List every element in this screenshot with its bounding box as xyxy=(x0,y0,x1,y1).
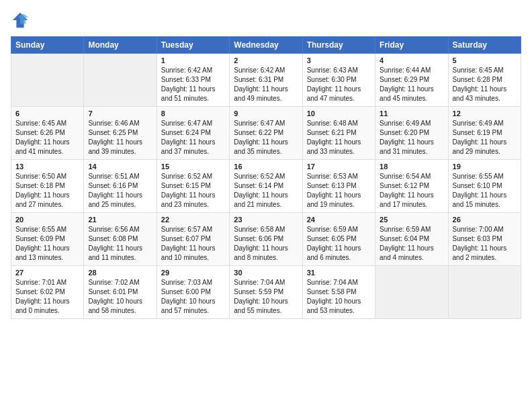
day-info: Sunrise: 6:47 AMSunset: 6:24 PMDaylight:… xyxy=(161,119,225,156)
day-info: Sunrise: 7:04 AMSunset: 5:58 PMDaylight:… xyxy=(307,278,371,316)
calendar-cell xyxy=(448,266,521,319)
day-info: Sunrise: 6:56 AMSunset: 6:08 PMDaylight:… xyxy=(88,225,152,263)
calendar-week-row: 1Sunrise: 6:42 AMSunset: 6:33 PMDaylight… xyxy=(11,54,521,107)
day-number: 21 xyxy=(88,216,152,224)
calendar-week-row: 13Sunrise: 6:50 AMSunset: 6:18 PMDayligh… xyxy=(11,160,521,213)
calendar-cell: 13Sunrise: 6:50 AMSunset: 6:18 PMDayligh… xyxy=(11,160,84,213)
day-number: 9 xyxy=(234,109,298,118)
day-number: 1 xyxy=(161,56,225,64)
calendar-cell: 31Sunrise: 7:04 AMSunset: 5:58 PMDayligh… xyxy=(302,266,375,319)
weekday-header: Monday xyxy=(84,37,157,54)
day-info: Sunrise: 6:55 AMSunset: 6:10 PMDaylight:… xyxy=(453,172,517,210)
calendar-cell: 22Sunrise: 6:57 AMSunset: 6:07 PMDayligh… xyxy=(157,213,229,266)
calendar-cell: 28Sunrise: 7:02 AMSunset: 6:01 PMDayligh… xyxy=(84,266,157,319)
day-number: 27 xyxy=(15,269,79,277)
day-info: Sunrise: 6:54 AMSunset: 6:12 PMDaylight:… xyxy=(380,172,443,210)
calendar-week-row: 20Sunrise: 6:55 AMSunset: 6:09 PMDayligh… xyxy=(11,213,521,266)
day-info: Sunrise: 6:44 AMSunset: 6:29 PMDaylight:… xyxy=(380,66,443,103)
calendar-cell: 29Sunrise: 7:03 AMSunset: 6:00 PMDayligh… xyxy=(157,266,229,319)
weekday-header: Tuesday xyxy=(157,37,229,54)
day-info: Sunrise: 6:47 AMSunset: 6:22 PMDaylight:… xyxy=(234,119,298,156)
day-info: Sunrise: 6:52 AMSunset: 6:14 PMDaylight:… xyxy=(234,172,298,210)
day-number: 18 xyxy=(380,163,443,171)
calendar-cell: 23Sunrise: 6:58 AMSunset: 6:06 PMDayligh… xyxy=(230,213,302,266)
calendar-week-row: 27Sunrise: 7:01 AMSunset: 6:02 PMDayligh… xyxy=(11,266,521,319)
calendar-cell: 7Sunrise: 6:46 AMSunset: 6:25 PMDaylight… xyxy=(84,107,157,160)
day-number: 15 xyxy=(161,163,225,171)
calendar-cell: 15Sunrise: 6:52 AMSunset: 6:15 PMDayligh… xyxy=(157,160,229,213)
day-number: 24 xyxy=(307,216,371,224)
calendar-cell: 19Sunrise: 6:55 AMSunset: 6:10 PMDayligh… xyxy=(448,160,521,213)
day-info: Sunrise: 7:04 AMSunset: 5:59 PMDaylight:… xyxy=(234,278,298,316)
header xyxy=(11,11,521,30)
calendar-cell: 8Sunrise: 6:47 AMSunset: 6:24 PMDaylight… xyxy=(157,107,229,160)
day-info: Sunrise: 6:55 AMSunset: 6:09 PMDaylight:… xyxy=(15,225,79,263)
calendar-cell: 11Sunrise: 6:49 AMSunset: 6:20 PMDayligh… xyxy=(375,107,448,160)
day-info: Sunrise: 6:45 AMSunset: 6:26 PMDaylight:… xyxy=(15,119,79,156)
day-info: Sunrise: 6:52 AMSunset: 6:15 PMDaylight:… xyxy=(161,172,225,210)
calendar-cell: 2Sunrise: 6:42 AMSunset: 6:31 PMDaylight… xyxy=(230,54,302,107)
day-number: 31 xyxy=(307,269,371,277)
calendar-cell xyxy=(11,54,84,107)
day-number: 6 xyxy=(15,109,79,118)
day-info: Sunrise: 6:49 AMSunset: 6:19 PMDaylight:… xyxy=(453,119,517,156)
day-number: 4 xyxy=(380,56,443,64)
weekday-header: Thursday xyxy=(302,37,375,54)
weekday-header: Friday xyxy=(375,37,448,54)
day-info: Sunrise: 7:02 AMSunset: 6:01 PMDaylight:… xyxy=(88,278,152,316)
calendar-cell: 18Sunrise: 6:54 AMSunset: 6:12 PMDayligh… xyxy=(375,160,448,213)
calendar-cell: 14Sunrise: 6:51 AMSunset: 6:16 PMDayligh… xyxy=(84,160,157,213)
day-number: 30 xyxy=(234,269,298,277)
day-number: 23 xyxy=(234,216,298,224)
weekday-header: Sunday xyxy=(11,37,84,54)
day-number: 8 xyxy=(161,109,225,118)
calendar-cell: 30Sunrise: 7:04 AMSunset: 5:59 PMDayligh… xyxy=(230,266,302,319)
day-info: Sunrise: 6:42 AMSunset: 6:31 PMDaylight:… xyxy=(234,66,298,103)
calendar-header-row: SundayMondayTuesdayWednesdayThursdayFrid… xyxy=(11,37,521,54)
calendar-cell: 20Sunrise: 6:55 AMSunset: 6:09 PMDayligh… xyxy=(11,213,84,266)
calendar-cell: 4Sunrise: 6:44 AMSunset: 6:29 PMDaylight… xyxy=(375,54,448,107)
calendar-cell xyxy=(84,54,157,107)
day-number: 14 xyxy=(88,163,152,171)
calendar-cell: 25Sunrise: 6:59 AMSunset: 6:04 PMDayligh… xyxy=(375,213,448,266)
day-number: 25 xyxy=(380,216,443,224)
calendar-cell: 9Sunrise: 6:47 AMSunset: 6:22 PMDaylight… xyxy=(230,107,302,160)
day-number: 13 xyxy=(15,163,79,171)
calendar-cell xyxy=(375,266,448,319)
day-number: 7 xyxy=(88,109,152,118)
calendar-cell: 21Sunrise: 6:56 AMSunset: 6:08 PMDayligh… xyxy=(84,213,157,266)
calendar-cell: 6Sunrise: 6:45 AMSunset: 6:26 PMDaylight… xyxy=(11,107,84,160)
day-info: Sunrise: 6:45 AMSunset: 6:28 PMDaylight:… xyxy=(453,66,517,103)
day-info: Sunrise: 6:49 AMSunset: 6:20 PMDaylight:… xyxy=(380,119,443,156)
day-number: 16 xyxy=(234,163,298,171)
day-info: Sunrise: 6:51 AMSunset: 6:16 PMDaylight:… xyxy=(88,172,152,210)
day-info: Sunrise: 7:01 AMSunset: 6:02 PMDaylight:… xyxy=(15,278,79,316)
day-info: Sunrise: 7:00 AMSunset: 6:03 PMDaylight:… xyxy=(453,225,517,263)
calendar-cell: 12Sunrise: 6:49 AMSunset: 6:19 PMDayligh… xyxy=(448,107,521,160)
calendar-week-row: 6Sunrise: 6:45 AMSunset: 6:26 PMDaylight… xyxy=(11,107,521,160)
day-number: 2 xyxy=(234,56,298,64)
weekday-header: Saturday xyxy=(448,37,521,54)
day-number: 20 xyxy=(15,216,79,224)
day-number: 22 xyxy=(161,216,225,224)
calendar-cell: 24Sunrise: 6:59 AMSunset: 6:05 PMDayligh… xyxy=(302,213,375,266)
day-number: 11 xyxy=(380,109,443,118)
calendar-cell: 17Sunrise: 6:53 AMSunset: 6:13 PMDayligh… xyxy=(302,160,375,213)
day-info: Sunrise: 6:57 AMSunset: 6:07 PMDaylight:… xyxy=(161,225,225,263)
calendar-cell: 10Sunrise: 6:48 AMSunset: 6:21 PMDayligh… xyxy=(302,107,375,160)
day-info: Sunrise: 6:58 AMSunset: 6:06 PMDaylight:… xyxy=(234,225,298,263)
weekday-header: Wednesday xyxy=(230,37,302,54)
day-info: Sunrise: 6:42 AMSunset: 6:33 PMDaylight:… xyxy=(161,66,225,103)
calendar-cell: 3Sunrise: 6:43 AMSunset: 6:30 PMDaylight… xyxy=(302,54,375,107)
calendar-cell: 27Sunrise: 7:01 AMSunset: 6:02 PMDayligh… xyxy=(11,266,84,319)
calendar-cell: 5Sunrise: 6:45 AMSunset: 6:28 PMDaylight… xyxy=(448,54,521,107)
logo xyxy=(11,11,32,30)
calendar-cell: 26Sunrise: 7:00 AMSunset: 6:03 PMDayligh… xyxy=(448,213,521,266)
page: SundayMondayTuesdayWednesdayThursdayFrid… xyxy=(0,0,532,411)
day-info: Sunrise: 6:48 AMSunset: 6:21 PMDaylight:… xyxy=(307,119,371,156)
day-number: 26 xyxy=(453,216,517,224)
day-info: Sunrise: 6:43 AMSunset: 6:30 PMDaylight:… xyxy=(307,66,371,103)
day-number: 17 xyxy=(307,163,371,171)
day-number: 3 xyxy=(307,56,371,64)
day-info: Sunrise: 6:50 AMSunset: 6:18 PMDaylight:… xyxy=(15,172,79,210)
